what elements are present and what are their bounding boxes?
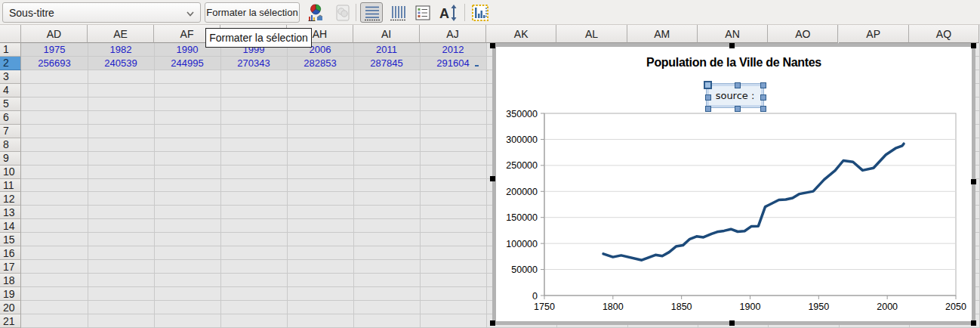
row-header-2[interactable]: 2 — [0, 57, 21, 70]
chart-title[interactable]: Population de la Ville de Nantes — [496, 56, 972, 70]
row-header-12[interactable]: 12 — [0, 192, 21, 206]
chart-frame-handle-0[interactable] — [490, 43, 495, 48]
x-tick-label: 1800 — [602, 302, 624, 312]
row-header-8[interactable]: 8 — [0, 138, 21, 152]
cell-aj1[interactable]: 2012 — [420, 43, 486, 57]
column-header-an[interactable]: AN — [698, 25, 768, 43]
select-all-corner[interactable] — [0, 25, 21, 43]
cell-ad1[interactable]: 1975 — [21, 43, 88, 57]
chart-frame-handle-2[interactable] — [971, 43, 976, 48]
grid-vline — [486, 43, 487, 328]
y-tick-label: 100000 — [506, 239, 538, 249]
row-header-1[interactable]: 1 — [0, 43, 21, 57]
horizontal-grids-icon[interactable] — [360, 2, 383, 23]
grid-vline — [220, 43, 221, 328]
row-header-7[interactable]: 7 — [0, 125, 21, 138]
cell-ag2[interactable]: 270343 — [220, 57, 287, 70]
row-header-6[interactable]: 6 — [0, 111, 21, 125]
column-header-ak[interactable]: AK — [486, 25, 556, 43]
row-header-3[interactable]: 3 — [0, 70, 21, 84]
column-header-ap[interactable]: AP — [839, 25, 909, 43]
column-header-aj[interactable]: AJ — [420, 25, 486, 43]
row-header-4[interactable]: 4 — [0, 84, 21, 97]
chart-frame-handle-5[interactable] — [490, 320, 495, 326]
row-header-15[interactable]: 15 — [0, 233, 21, 246]
chart-element-selector-value: Sous-titre — [9, 7, 54, 19]
y-tick-label: 0 — [532, 291, 538, 302]
y-tick-label: 150000 — [506, 212, 538, 223]
chart-type-icon[interactable] — [304, 2, 327, 23]
cell-af2[interactable]: 244995 — [154, 57, 220, 70]
format-selection-button[interactable]: Formater la sélection — [205, 2, 300, 23]
cell-aj2[interactable]: 291604 — [420, 57, 486, 70]
grid-vline — [88, 43, 88, 328]
data-table-icon — [331, 2, 354, 23]
cell-ah2[interactable]: 282853 — [287, 57, 353, 70]
row-header-9[interactable]: 9 — [0, 152, 21, 166]
row-header-5[interactable]: 5 — [0, 97, 21, 111]
column-header-am[interactable]: AM — [627, 25, 698, 43]
row-header-17[interactable]: 17 — [0, 260, 21, 274]
vertical-grids-icon[interactable] — [386, 2, 408, 23]
cell-ad2[interactable]: 256693 — [21, 57, 88, 70]
chart-element-selector[interactable]: Sous-titre — [2, 2, 201, 23]
toolbar-separator — [464, 4, 465, 21]
chart-edit-window: Sous-titre Formater la sélection — [0, 0, 980, 328]
chart-toolbar: Sous-titre Formater la sélection — [0, 0, 980, 25]
chart-frame-handle-3[interactable] — [490, 176, 495, 181]
subtitle-handle-4[interactable] — [760, 94, 766, 101]
subtitle-handle-5[interactable] — [705, 106, 711, 112]
column-header-ad[interactable]: AD — [21, 25, 88, 43]
svg-text:A: A — [439, 6, 449, 21]
y-tick-label: 350000 — [506, 109, 538, 119]
chart-frame-handle-1[interactable] — [729, 43, 735, 48]
cell-ae2[interactable]: 240539 — [88, 57, 154, 70]
row-header-13[interactable]: 13 — [0, 206, 21, 219]
y-tick-label: 300000 — [506, 135, 538, 145]
x-tick-label: 1950 — [808, 302, 829, 312]
tooltip-text: Formater la sélection — [209, 32, 308, 44]
format-selection-label: Formater la sélection — [206, 7, 297, 18]
column-header-al[interactable]: AL — [556, 25, 627, 43]
chart-subtitle-selection[interactable]: source : — [707, 84, 763, 107]
column-header-aq[interactable]: AQ — [909, 25, 979, 43]
row-header-21[interactable]: 21 — [0, 314, 21, 328]
row-header-16[interactable]: 16 — [0, 246, 21, 260]
subtitle-handle-2[interactable] — [760, 82, 766, 88]
tooltip: Formater la sélection — [205, 28, 312, 48]
text-scale-icon[interactable]: A — [437, 2, 460, 23]
row-header-19[interactable]: 19 — [0, 287, 21, 301]
chart-frame-handle-4[interactable] — [971, 179, 976, 184]
x-tick-label: 2000 — [877, 302, 898, 312]
grid-vline — [287, 43, 288, 328]
cell-ae1[interactable]: 1982 — [88, 43, 154, 57]
y-tick-label: 50000 — [511, 265, 538, 275]
column-header-ai[interactable]: AI — [353, 25, 420, 43]
row-header-20[interactable]: 20 — [0, 301, 21, 314]
toolbar-separator — [356, 4, 356, 21]
plot-border — [544, 113, 956, 296]
column-header-ae[interactable]: AE — [88, 25, 154, 43]
cell-ai2[interactable]: 287845 — [353, 57, 420, 70]
row-header-14[interactable]: 14 — [0, 219, 21, 233]
chart-subtitle-text[interactable]: source : — [709, 86, 761, 105]
chart-object-frame[interactable]: 0500001000001500002000002500003000003500… — [492, 43, 975, 325]
row-header-18[interactable]: 18 — [0, 274, 21, 287]
subtitle-handle-6[interactable] — [735, 106, 741, 112]
subtitle-handle-3[interactable] — [705, 94, 711, 101]
subtitle-handle-1[interactable] — [735, 82, 741, 88]
row-header-10[interactable]: 10 — [0, 166, 21, 179]
cell-ai1[interactable]: 2011 — [353, 43, 420, 57]
x-tick-label: 2050 — [945, 302, 966, 312]
legend-icon[interactable] — [411, 2, 434, 23]
subtitle-handle-7[interactable] — [760, 106, 766, 112]
chart-frame-handle-7[interactable] — [971, 320, 976, 326]
chart-frame-handle-6[interactable] — [729, 320, 735, 326]
x-tick-label: 1750 — [534, 302, 555, 312]
y-tick-label: 200000 — [506, 187, 538, 197]
column-header-ao[interactable]: AO — [768, 25, 838, 43]
auto-layout-icon[interactable] — [469, 2, 492, 23]
row-header-11[interactable]: 11 — [0, 179, 21, 193]
subtitle-handle-0[interactable] — [704, 81, 712, 89]
grid-vline — [420, 43, 421, 328]
